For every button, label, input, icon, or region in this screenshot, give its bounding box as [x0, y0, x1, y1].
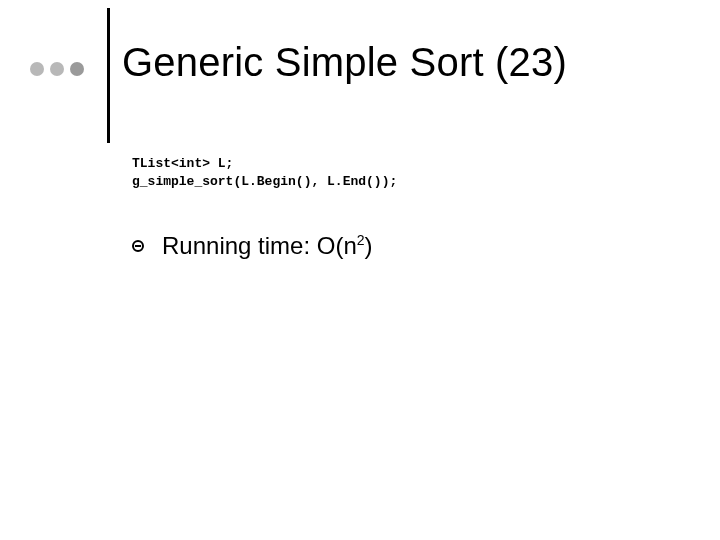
code-line: TList<int> L; [132, 156, 233, 171]
bullet-text-prefix: Running time: O(n [162, 232, 357, 259]
dot-icon [70, 62, 84, 76]
dot-icon [50, 62, 64, 76]
code-block: TList<int> L; g_simple_sort(L.Begin(), L… [132, 155, 397, 190]
decorative-dots [30, 62, 84, 76]
bullet-icon [132, 240, 144, 252]
slide-title: Generic Simple Sort (23) [122, 40, 567, 85]
bullet-text: Running time: O(n2) [162, 232, 373, 260]
code-line: g_simple_sort(L.Begin(), L.End()); [132, 174, 397, 189]
title-divider [107, 8, 110, 143]
dot-icon [30, 62, 44, 76]
slide: Generic Simple Sort (23) TList<int> L; g… [0, 0, 720, 540]
bullet-item: Running time: O(n2) [132, 232, 373, 260]
bullet-text-suffix: ) [365, 232, 373, 259]
bullet-text-exponent: 2 [357, 232, 365, 248]
